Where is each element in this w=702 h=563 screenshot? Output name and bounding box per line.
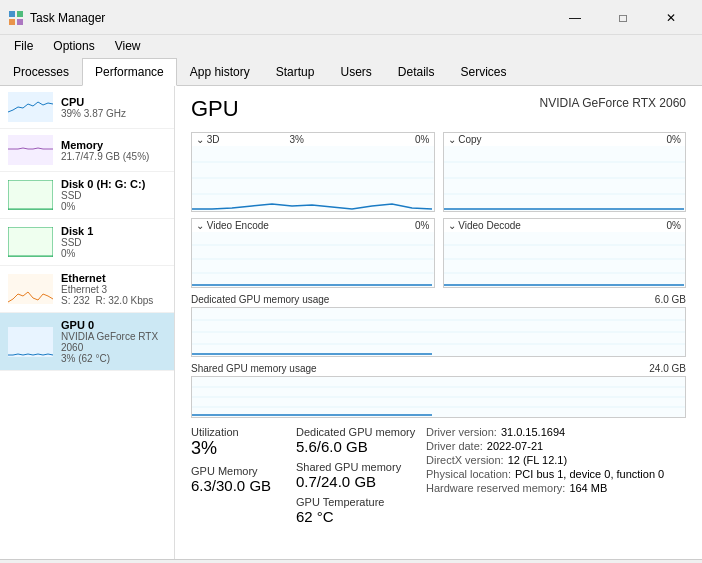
mid-charts-row: ⌄ Video Encode0% ⌄ Video Decode0% [191,218,686,288]
menu-options[interactable]: Options [47,37,100,55]
svg-rect-0 [9,11,15,17]
disk0-mini-graph [8,180,53,210]
memory-info: Memory 21.7/47.9 GB (45%) [61,139,166,162]
chart-3d: ⌄ 3D3% 0% [191,132,435,212]
shared-memory-label: Shared GPU memory usage 24.0 GB [191,363,686,374]
tab-performance[interactable]: Performance [82,58,177,86]
cpu-detail: 39% 3.87 GHz [61,108,166,119]
gpu-model: NVIDIA GeForce RTX 2060 [539,96,686,110]
memory-detail: 21.7/47.9 GB (45%) [61,151,166,162]
main-panel: GPU NVIDIA GeForce RTX 2060 ⌄ 3D3% 0% [175,86,702,559]
cpu-label: CPU [61,96,166,108]
svg-rect-5 [8,135,53,165]
cpu-mini-graph [8,92,53,122]
driver-version-row: Driver version: 31.0.15.1694 [426,426,686,438]
driver-date-key: Driver date: [426,440,483,452]
tab-app-history[interactable]: App history [177,58,263,86]
stats-col-2: Dedicated GPU memory 5.6/6.0 GB Shared G… [296,426,416,525]
stats-info-section: Utilization 3% GPU Memory 6.3/30.0 GB De… [191,426,686,525]
svg-rect-4 [8,92,53,122]
cpu-info: CPU 39% 3.87 GHz [61,96,166,119]
menu-view[interactable]: View [109,37,147,55]
top-charts-row: ⌄ 3D3% 0% [191,132,686,212]
chart-copy-label: ⌄ Copy0% [444,133,686,146]
tab-processes[interactable]: Processes [0,58,82,86]
tab-users[interactable]: Users [327,58,384,86]
dedicated-memory-svg [192,308,685,356]
dedicated-memory-chart [191,307,686,357]
gpu-memory-label: GPU Memory [191,465,286,477]
chart-video-encode: ⌄ Video Encode0% [191,218,435,288]
close-button[interactable]: ✕ [648,6,694,30]
dedicated-memory-stat-label: Dedicated GPU memory [296,426,416,438]
gpu0-mini-graph [8,327,53,357]
sidebar-item-gpu0[interactable]: GPU 0 NVIDIA GeForce RTX 20603% (62 °C) [0,313,174,371]
chart-3d-svg [192,146,434,211]
tab-details[interactable]: Details [385,58,448,86]
shared-memory-chart [191,376,686,418]
chart-decode-area [444,232,686,287]
hw-reserved-key: Hardware reserved memory: [426,482,565,494]
shared-memory-stat-label: Shared GPU memory [296,461,416,473]
ethernet-detail: Ethernet 3S: 232 R: 32.0 Kbps [61,284,166,306]
svg-rect-8 [8,227,53,257]
physical-location-val: PCI bus 1, device 0, function 0 [515,468,664,480]
shared-memory-section: Shared GPU memory usage 24.0 GB [191,363,686,418]
gpu-temp-label: GPU Temperature [296,496,416,508]
dedicated-memory-stat-value: 5.6/6.0 GB [296,438,416,455]
sidebar-item-memory[interactable]: Memory 21.7/47.9 GB (45%) [0,129,174,172]
driver-version-val: 31.0.15.1694 [501,426,565,438]
disk1-info: Disk 1 SSD0% [61,225,166,259]
ethernet-info: Ethernet Ethernet 3S: 232 R: 32.0 Kbps [61,272,166,306]
sidebar-item-disk0[interactable]: Disk 0 (H: G: C:) SSD0% [0,172,174,219]
physical-location-row: Physical location: PCI bus 1, device 0, … [426,468,686,480]
hw-reserved-row: Hardware reserved memory: 164 MB [426,482,686,494]
menu-bar: File Options View [0,35,702,57]
dedicated-memory-label: Dedicated GPU memory usage 6.0 GB [191,294,686,305]
maximize-button[interactable]: □ [600,6,646,30]
sidebar-item-cpu[interactable]: CPU 39% 3.87 GHz [0,86,174,129]
chart-copy: ⌄ Copy0% [443,132,687,212]
window-controls: — □ ✕ [552,6,694,30]
shared-memory-svg [192,377,685,417]
app-icon [8,10,24,26]
sidebar-item-ethernet[interactable]: Ethernet Ethernet 3S: 232 R: 32.0 Kbps [0,266,174,313]
directx-key: DirectX version: [426,454,504,466]
disk1-mini-graph [8,227,53,257]
gpu0-detail: NVIDIA GeForce RTX 20603% (62 °C) [61,331,166,364]
driver-version-key: Driver version: [426,426,497,438]
chart-3d-area [192,146,434,211]
dedicated-memory-section: Dedicated GPU memory usage 6.0 GB [191,294,686,357]
gpu0-info: GPU 0 NVIDIA GeForce RTX 20603% (62 °C) [61,319,166,364]
dedicated-memory-chart-inner [192,308,685,356]
minimize-button[interactable]: — [552,6,598,30]
tab-startup[interactable]: Startup [263,58,328,86]
svg-rect-6 [8,180,53,210]
shared-memory-stat-value: 0.7/24.0 GB [296,473,416,490]
tab-bar: Processes Performance App history Startu… [0,57,702,86]
physical-location-key: Physical location: [426,468,511,480]
directx-row: DirectX version: 12 (FL 12.1) [426,454,686,466]
menu-file[interactable]: File [8,37,39,55]
sidebar-item-disk1[interactable]: Disk 1 SSD0% [0,219,174,266]
ethernet-mini-graph [8,274,53,304]
svg-rect-3 [17,19,23,25]
tab-services[interactable]: Services [448,58,520,86]
chart-video-decode: ⌄ Video Decode0% [443,218,687,288]
content-area: CPU 39% 3.87 GHz Memory 21.7/47.9 GB (45… [0,86,702,559]
stats-col-1: Utilization 3% GPU Memory 6.3/30.0 GB [191,426,286,525]
utilization-label: Utilization [191,426,286,438]
gpu-memory-value: 6.3/30.0 GB [191,477,286,494]
memory-mini-graph [8,135,53,165]
gpu-temp-value: 62 °C [296,508,416,525]
svg-rect-1 [17,11,23,17]
chart-encode-area [192,232,434,287]
gpu-title: GPU [191,96,239,122]
chart-3d-label: ⌄ 3D3% 0% [192,133,434,146]
chart-decode-svg [444,232,686,287]
chart-encode-label: ⌄ Video Encode0% [192,219,434,232]
chart-encode-svg [192,232,434,287]
gpu-header: GPU NVIDIA GeForce RTX 2060 [191,96,686,122]
svg-rect-11 [8,327,53,357]
driver-date-row: Driver date: 2022-07-21 [426,440,686,452]
